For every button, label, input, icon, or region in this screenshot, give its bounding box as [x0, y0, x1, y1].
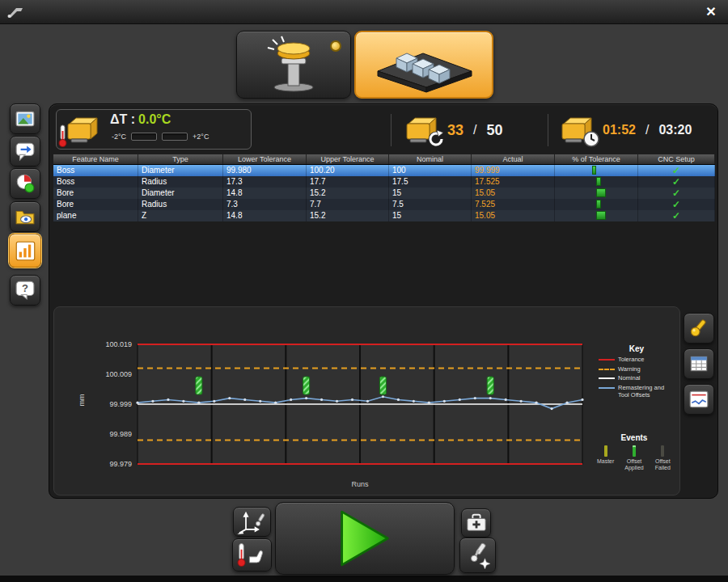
- help-glyph: ?: [22, 282, 28, 294]
- parts-cycle-icon: [402, 116, 439, 145]
- cell-nominal: 15: [389, 210, 472, 221]
- cell-actual: 15.05: [472, 210, 555, 221]
- master-stylus-icon: [257, 36, 330, 94]
- chart-x-axis-label: Runs: [138, 480, 582, 488]
- tolerance-line-swatch: [599, 359, 615, 361]
- temperature-gauge-icon: [63, 116, 100, 145]
- chart-y-axis-label: mm: [78, 394, 86, 407]
- sidebar-item-help[interactable]: ?: [10, 275, 40, 306]
- header-type[interactable]: Type: [138, 154, 223, 164]
- cell-feature-name: Boss: [53, 176, 138, 188]
- cell-actual: 7.525: [472, 199, 555, 210]
- tolerance-bar: [596, 200, 601, 209]
- time-separator: /: [645, 123, 649, 137]
- cell-pct-tolerance: [555, 199, 638, 210]
- cell-lower-tolerance: 7.3: [223, 199, 307, 210]
- header-feature-name[interactable]: Feature Name: [53, 154, 138, 164]
- photo-icon: [15, 108, 36, 129]
- cell-actual: 99.999: [472, 165, 555, 176]
- time-total: 03:20: [658, 123, 692, 137]
- time-gauge-icon: [557, 116, 595, 145]
- header-pct-tolerance[interactable]: % of Tolerance: [555, 154, 638, 164]
- table-row[interactable]: plane Z 14.8 15.2 15 15.05 ✓: [53, 210, 715, 221]
- cell-feature-name: Bore: [53, 199, 138, 210]
- cell-cnc-setup: ✓: [638, 188, 715, 199]
- probe-status-icon: [15, 173, 36, 194]
- thermometer-hand-icon: [235, 541, 270, 570]
- chart-panel: 100.019100.00999.99999.98999.979 mm Runs…: [53, 306, 680, 496]
- cell-type: Z: [138, 210, 223, 221]
- temp-high-label: +2°C: [193, 133, 209, 141]
- parts-counter: 33 / 50: [402, 114, 503, 146]
- play-icon: [339, 508, 391, 568]
- time-elapsed: 01:52: [603, 123, 636, 137]
- bar-chart-icon: [15, 240, 36, 262]
- tab-master-setup[interactable]: [236, 31, 351, 99]
- key-entry-series: Remastering and Tool Offsets: [599, 385, 675, 399]
- warning-line-swatch: [599, 369, 615, 370]
- temp-range-bar-1: [131, 133, 157, 141]
- line-chart-icon: [688, 389, 709, 410]
- cell-lower-tolerance: 14.8: [223, 188, 307, 199]
- play-button[interactable]: [275, 502, 455, 575]
- key-entry-warning: Warning: [599, 366, 675, 373]
- cell-feature-name: plane: [53, 210, 138, 221]
- bottom-edge: [0, 576, 728, 582]
- offset-applied-event-swatch: [633, 445, 636, 457]
- temp-low-label: -2°C: [112, 133, 126, 141]
- main-panel: ΔT :0.0°C -2°C +2°C: [49, 103, 718, 499]
- cell-type: Diameter: [138, 188, 223, 199]
- table-row[interactable]: Bore Diameter 14.8 15.2 15 15.05 ✓: [53, 188, 715, 199]
- svg-text:99.989: 99.989: [109, 430, 132, 438]
- table-row[interactable]: Boss Radius 17.3 17.7 17.5 17.525 ✓: [53, 176, 715, 188]
- sidebar-item-snapshot[interactable]: [10, 103, 40, 134]
- cell-cnc-setup: ✓: [638, 210, 715, 221]
- cell-cnc-setup: ✓: [638, 176, 715, 188]
- tolerance-bar: [596, 188, 606, 197]
- header-cnc-setup[interactable]: CNC Setup: [638, 154, 715, 164]
- tab-measure-parts[interactable]: [354, 31, 493, 99]
- event-entry-master: Master: [594, 445, 617, 470]
- table-row[interactable]: Boss Diameter 99.980 100.20 100 99.999 ✓: [53, 165, 715, 176]
- master-event-swatch: [604, 445, 607, 457]
- events-title: Events: [594, 433, 675, 442]
- close-button[interactable]: ✕: [702, 3, 720, 21]
- cell-type: Radius: [138, 199, 223, 210]
- cell-feature-name: Bore: [53, 188, 138, 199]
- cnc-check-icon: ✓: [672, 188, 680, 199]
- chart-view-button[interactable]: [684, 384, 714, 415]
- fixture-parts-icon: [371, 34, 476, 95]
- toolbox-icon: [465, 512, 488, 534]
- svg-text:100.009: 100.009: [105, 370, 132, 378]
- table-row[interactable]: Bore Radius 7.3 7.7 7.5 7.525 ✓: [53, 199, 715, 210]
- app-logo-icon: [6, 6, 26, 19]
- chart-events-legend: Events Master Offset Applied Offset Fail…: [594, 433, 675, 470]
- header-actual[interactable]: Actual: [472, 154, 555, 164]
- svg-text:99.979: 99.979: [109, 460, 132, 468]
- move-axes-button[interactable]: [233, 507, 271, 537]
- header-lower-tolerance[interactable]: Lower Tolerance: [223, 154, 307, 164]
- header-upper-tolerance[interactable]: Upper Tolerance: [307, 154, 389, 164]
- sidebar-item-file-viewer[interactable]: [10, 201, 40, 232]
- report-bubble-icon: [15, 141, 36, 162]
- results-table-button[interactable]: [684, 348, 714, 379]
- cell-type: Radius: [138, 176, 223, 188]
- toolbox-button[interactable]: [461, 508, 491, 538]
- sidebar-item-report[interactable]: [10, 136, 40, 167]
- delta-t-value: 0.0°C: [138, 112, 171, 126]
- tolerance-bar: [596, 211, 606, 220]
- sidebar-item-probe-status[interactable]: [10, 168, 40, 199]
- cell-cnc-setup: ✓: [638, 199, 715, 210]
- temperature-panel: ΔT :0.0°C -2°C +2°C: [56, 109, 252, 150]
- master-tool-button[interactable]: [684, 313, 714, 344]
- cycle-arrow-icon: [427, 130, 445, 148]
- cell-nominal: 15: [389, 188, 472, 199]
- temperature-sensor-button[interactable]: [232, 538, 272, 571]
- svg-text:100.019: 100.019: [105, 340, 132, 348]
- offset-failed-event-swatch: [661, 445, 664, 457]
- time-counter: 01:52 / 03:20: [557, 114, 692, 146]
- sidebar-item-results-chart[interactable]: [9, 234, 41, 268]
- header-nominal[interactable]: Nominal: [389, 154, 472, 164]
- probe-setup-button[interactable]: [459, 538, 496, 573]
- cnc-check-icon: ✓: [672, 165, 680, 176]
